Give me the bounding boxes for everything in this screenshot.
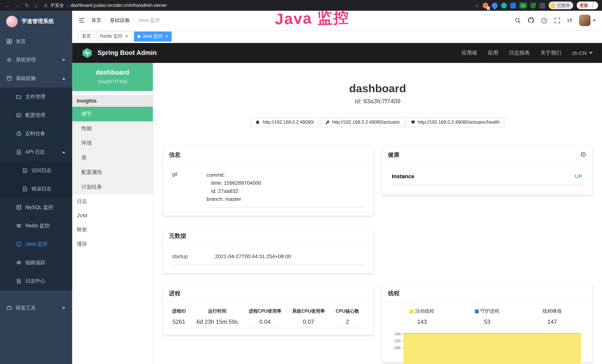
sidebar-item-redis-monitor[interactable]: Redis 监控 (0, 217, 72, 235)
sidebar-item-error-logs[interactable]: 错误日志 (0, 180, 72, 198)
document-lines-icon (16, 278, 22, 284)
service-url-link[interactable]: http://192.168.0.2:48080/ (251, 117, 319, 127)
tab-java-monitor[interactable]: Java 监控 × (134, 31, 172, 41)
update-label: 更新 (580, 2, 588, 8)
tab-home[interactable]: 首页 (78, 31, 94, 41)
help-icon[interactable]: ? (541, 17, 547, 23)
extension-icon-leaf[interactable] (530, 2, 536, 8)
search-icon[interactable] (514, 17, 521, 23)
wrench-icon (325, 120, 329, 124)
sba-detail-content: dashboard Id: 93a3fc7f7409 http://192.16… (153, 63, 602, 364)
svg-text:?: ? (543, 19, 545, 22)
sba-brand: Spring Boot Admin (97, 49, 157, 57)
info-card-title: 信息 (169, 151, 180, 159)
sba-nav-about[interactable]: 关于我们 (540, 50, 561, 56)
spring-boot-admin: Spring Boot Admin 应用墙 应用 日志报表 关于我们 zh-CN (72, 43, 602, 364)
breadcrumb-infrastructure[interactable]: 基础设施 (109, 17, 129, 24)
address-divider: | (67, 3, 68, 8)
sidebar-item-mysql-monitor[interactable]: MySQL 监控 (0, 198, 72, 217)
extension-icon-on-toggle[interactable]: on (519, 2, 527, 8)
sba-sidebar-item-details[interactable]: 细节 (72, 107, 153, 121)
chart-y-axis: 140 120 100 (389, 332, 403, 363)
health-instance-label: Instance (392, 173, 414, 179)
sba-nav-journal[interactable]: 日志报表 (509, 50, 530, 56)
sidebar-item-infrastructure[interactable]: 基础设施 (0, 69, 72, 87)
sba-sidebar-item-logs[interactable]: 日志 (72, 194, 153, 209)
tags-view: 首页 Redis 监控 × Java 监控 × (72, 30, 602, 43)
profile-paused-chip[interactable]: 已暂停 (548, 1, 573, 9)
sba-nav-wallboard[interactable]: 应用墙 (462, 50, 477, 56)
info-card: 信息 git commit: time: 1596289704000 id: 2… (163, 146, 373, 216)
back-icon[interactable]: ← (4, 2, 13, 8)
sba-sidebar-item-classes[interactable]: 类 (72, 150, 153, 165)
history-icon[interactable] (580, 151, 586, 159)
chevron-down-icon (589, 52, 593, 54)
security-warning-icon: ⚠ (44, 3, 47, 8)
process-cpu: 进程CPU使用率 0.04 (249, 308, 281, 328)
browser-menu-icon[interactable]: ⋮ (591, 3, 595, 8)
breadcrumb-home[interactable]: 首页 (91, 17, 101, 24)
sidebar-item-api-logs[interactable]: API 日志 (0, 143, 72, 161)
forward-icon[interactable]: → (13, 2, 22, 8)
sidebar-item-log-center[interactable]: 日志中心 (0, 272, 72, 290)
briefcase-icon (7, 305, 12, 310)
actuator-url-link[interactable]: http://192.168.0.2:48080/actuator (320, 117, 405, 127)
bookmark-star-icon[interactable]: ☆ (475, 2, 479, 8)
sidebar-item-access-logs[interactable]: 访问日志 (0, 161, 72, 180)
close-icon[interactable]: × (165, 34, 168, 39)
home-icon (256, 120, 260, 124)
chart-plot-area (403, 332, 585, 363)
address-bar[interactable]: ⚠ 不安全 | dashboard.yudao.iocoder.cn/infra… (44, 2, 167, 9)
extension-icon-puzzle[interactable] (539, 2, 545, 8)
sidebar-item-config-management[interactable]: 配置管理 (0, 106, 72, 124)
spring-boot-admin-logo[interactable] (81, 47, 93, 59)
sba-sidebar-item-scheduled-tasks[interactable]: 计划任务 (72, 180, 153, 194)
browser-home-icon[interactable]: ⌂ (32, 2, 41, 8)
reload-icon[interactable]: ↻ (22, 2, 32, 8)
sba-sidebar-item-config-props[interactable]: 配置属性 (72, 165, 153, 180)
extension-icon-teal[interactable] (501, 2, 507, 8)
app-logo[interactable]: 芋道管理系统 (0, 11, 72, 32)
extension-icon-orange[interactable]: 1 (483, 2, 488, 8)
sba-sidebar-item-performance[interactable]: 性能 (72, 121, 153, 136)
legend-peak-threads: 线程峰值 147 (520, 308, 585, 325)
sba-sidebar-item-caches[interactable]: 缓存 (72, 237, 153, 252)
sba-instance-sidebar: dashboard 93a3fc7f7409 Insights 细节 性能 环境… (72, 63, 153, 364)
app-title: 芋道管理系统 (22, 18, 54, 25)
sidebar-item-scheduled-tasks[interactable]: 定时任务 (0, 124, 72, 143)
info-key: git (172, 171, 206, 207)
browser-update-button[interactable]: 更新 ⋮ (577, 1, 598, 9)
sba-sidebar-item-jvm[interactable]: JVM (72, 209, 153, 222)
sidebar-item-dev-tools[interactable]: 研发工具 (0, 299, 72, 317)
close-icon[interactable]: × (125, 34, 128, 39)
screen: ← → ↻ ⌂ ⚠ 不安全 | dashboard.yudao.iocoder.… (0, 0, 602, 364)
language-selector[interactable]: zh-CN (572, 50, 593, 56)
sba-sidebar-item-mappings[interactable]: 映射 (72, 222, 153, 237)
sba-sidebar-item-environment[interactable]: 环境 (72, 136, 153, 150)
document-x-icon (22, 186, 28, 192)
system-cpu: 系统CPU使用率 0.07 (292, 308, 325, 328)
user-avatar-menu[interactable] (579, 15, 596, 26)
active-dot (137, 35, 140, 38)
sidebar-item-home[interactable]: 首页 (0, 32, 72, 51)
font-size-icon[interactable]: тT (567, 17, 572, 23)
health-url-link[interactable]: http://192.168.0.2:48080/actuator/health (406, 117, 504, 127)
tab-redis-monitor[interactable]: Redis 监控 × (97, 31, 132, 41)
navbar-actions: ? тT (514, 15, 596, 26)
sba-nav-applications[interactable]: 应用 (488, 50, 498, 56)
sidebar-item-java-monitor[interactable]: Java 监控 (0, 235, 72, 253)
url-text[interactable]: dashboard.yudao.iocoder.cn/infra/admin-s… (70, 3, 167, 8)
sidebar-item-file-management[interactable]: 文件管理 (0, 87, 72, 106)
sidebar-item-link-tracing[interactable]: 链路追踪 (0, 254, 72, 272)
metadata-key: startup (172, 254, 215, 259)
extension-icon-blue-grid[interactable] (510, 2, 516, 8)
hamburger-icon[interactable] (78, 17, 85, 24)
fullscreen-icon[interactable] (554, 17, 560, 23)
security-label[interactable]: 不安全 (50, 2, 64, 9)
instance-header[interactable]: dashboard 93a3fc7f7409 (72, 63, 153, 91)
extension-icon-pin[interactable] (491, 1, 499, 10)
github-icon[interactable] (527, 17, 534, 24)
sidebar-item-system-management[interactable]: 系统管理 (0, 51, 72, 69)
threads-chart: 140 120 100 (389, 332, 585, 363)
breadcrumb-current: Java 监控 (138, 17, 160, 24)
